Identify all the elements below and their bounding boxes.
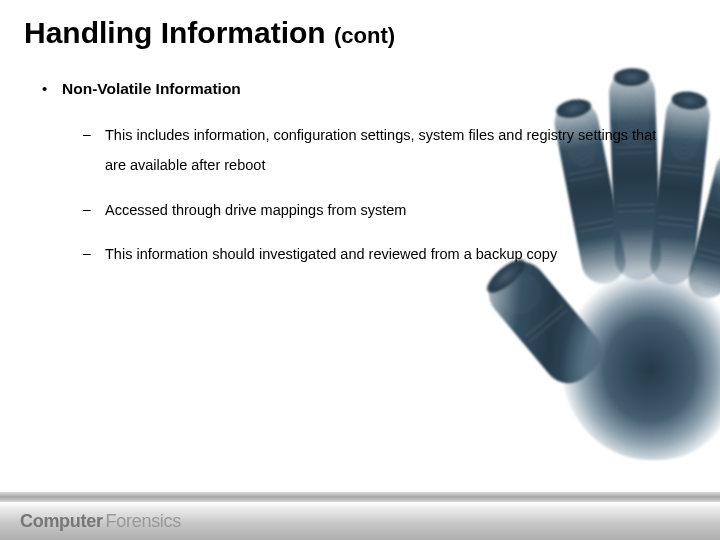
page-title: Handling Information (cont) <box>0 0 720 50</box>
list-item: – This information should investigated a… <box>83 239 680 269</box>
sub-bullet-list: – This includes information, configurati… <box>42 120 680 270</box>
sub-item-text: This includes information, configuration… <box>105 120 680 181</box>
dash-marker: – <box>83 195 105 225</box>
section-bullet: • Non-Volatile Information <box>42 80 680 98</box>
footer-title: ComputerForensics <box>20 511 181 532</box>
bullet-marker: • <box>42 80 62 98</box>
dash-marker: – <box>83 239 105 269</box>
list-item: – Accessed through drive mappings from s… <box>83 195 680 225</box>
slide-container: Handling Information (cont) • Non-Volati… <box>0 0 720 540</box>
footer-word-1: Computer <box>20 511 103 531</box>
footer-main: ComputerForensics <box>0 502 720 540</box>
dash-marker: – <box>83 120 105 181</box>
list-item: – This includes information, configurati… <box>83 120 680 181</box>
sub-item-text: This information should investigated and… <box>105 239 557 269</box>
footer-strip <box>0 492 720 502</box>
sub-item-text: Accessed through drive mappings from sys… <box>105 195 406 225</box>
footer-bar: ComputerForensics <box>0 492 720 540</box>
content-area: • Non-Volatile Information – This includ… <box>0 50 720 270</box>
title-main: Handling Information <box>24 16 326 49</box>
section-heading: Non-Volatile Information <box>62 80 241 98</box>
title-cont: (cont) <box>334 23 395 48</box>
footer-word-2: Forensics <box>106 511 181 531</box>
